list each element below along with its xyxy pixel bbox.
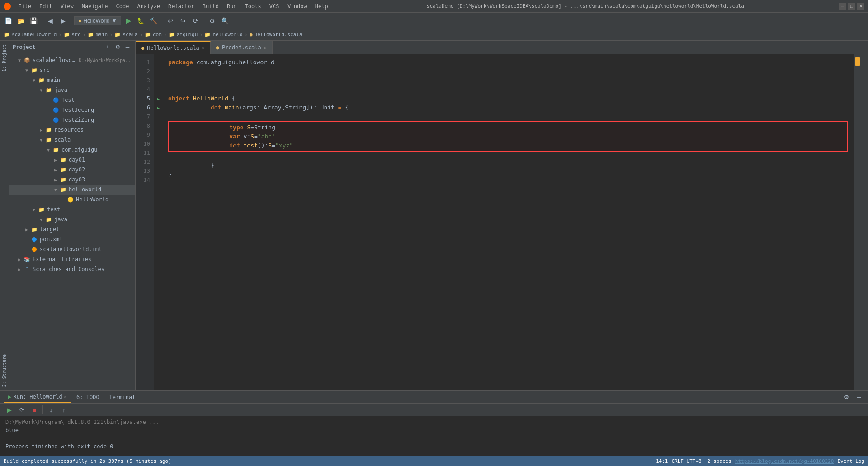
tab-run[interactable]: ▶ Run: HelloWorld ✕	[4, 392, 71, 403]
breadcrumb-file-label[interactable]: HelloWorld.scala	[255, 32, 302, 38]
settings-button[interactable]: ⚙	[207, 15, 218, 26]
new-file-button[interactable]: 📄	[3, 15, 14, 26]
tree-item-external-libs[interactable]: ▶ 📚 External Libraries	[9, 254, 135, 264]
tree-item-java-test[interactable]: ▼ 📁 java	[9, 214, 135, 224]
run-scroll-down-button[interactable]: ↓	[46, 404, 57, 415]
tab-helloworld-close[interactable]: ✕	[202, 45, 205, 50]
breadcrumb-scala[interactable]: 📁 scala	[114, 32, 137, 38]
undo-button[interactable]: ↩	[165, 15, 176, 26]
menu-run[interactable]: Run	[223, 2, 241, 10]
menu-edit[interactable]: Edit	[36, 2, 56, 10]
forward-button[interactable]: ▶	[57, 15, 68, 26]
run-gutter-icon-5[interactable]: ▶	[157, 96, 160, 101]
tree-item-test-folder[interactable]: ▼ 📁 test	[9, 204, 135, 214]
breadcrumb-project[interactable]: scalahelloworld	[12, 32, 57, 38]
breadcrumb-com-label[interactable]: com	[153, 32, 162, 38]
menu-file[interactable]: File	[14, 2, 35, 10]
tree-item-src[interactable]: ▼ 📁 src	[9, 65, 135, 75]
event-log-label[interactable]: Event Log	[837, 458, 864, 464]
tree-item-helloworld-folder[interactable]: ▼ 📁 helloworld	[9, 185, 135, 195]
save-button[interactable]: 💾	[28, 15, 39, 26]
tree-item-java[interactable]: ▼ 📁 java	[9, 85, 135, 95]
breadcrumb-scala-label[interactable]: scala	[123, 32, 137, 38]
fold-gutter-icon-12[interactable]: ─	[157, 160, 160, 165]
maximize-button[interactable]: □	[848, 3, 855, 10]
bottom-settings-button[interactable]: ⚙	[841, 392, 852, 403]
fold-gutter-12[interactable]: ─	[154, 157, 163, 166]
run-rerun-button[interactable]: ⟳	[16, 404, 27, 415]
build-button[interactable]: 🔨	[148, 15, 159, 26]
breadcrumb-file[interactable]: ● HelloWorld.scala	[250, 32, 302, 38]
open-button[interactable]: 📂	[15, 15, 26, 26]
run-gutter-5[interactable]: ▶	[154, 94, 163, 103]
menu-navigate[interactable]: Navigate	[78, 2, 112, 10]
search-button[interactable]: 🔍	[220, 15, 231, 26]
minimize-button[interactable]: ─	[839, 3, 846, 10]
menu-view[interactable]: View	[57, 2, 77, 10]
run-scroll-up-button[interactable]: ↑	[58, 404, 69, 415]
code-editor[interactable]: 1 2 3 4 5 6 7 8 9 10 11 12 13 14	[136, 54, 861, 390]
debug-button[interactable]: 🐛	[136, 15, 146, 26]
project-tool-icon[interactable]: 1: Project	[1, 43, 8, 73]
breadcrumb-helloworld-label[interactable]: helloworld	[212, 32, 242, 38]
tab-predef[interactable]: ● Predef.scala ✕	[211, 41, 273, 54]
run-gutter-6[interactable]: ▶	[154, 103, 163, 112]
tree-item-target[interactable]: ▶ 📁 target	[9, 224, 135, 234]
tree-item-day02[interactable]: ▶ 📁 day02	[9, 165, 135, 175]
menu-analyze[interactable]: Analyze	[133, 2, 164, 10]
tree-item-day01[interactable]: ▶ 📁 day01	[9, 155, 135, 165]
tree-item-scala-folder[interactable]: ▼ 📁 scala	[9, 135, 135, 145]
add-item-button[interactable]: +	[104, 43, 112, 51]
redo-button[interactable]: ↪	[178, 15, 189, 26]
tab-terminal[interactable]: Terminal	[105, 392, 140, 402]
tree-item-iml[interactable]: ▶ 🔶 scalahelloworld.iml	[9, 244, 135, 254]
menu-tools[interactable]: Tools	[241, 2, 265, 10]
tree-item-root[interactable]: ▼ 📦 scalahelloworld D:\MyWork\WorkSpa...	[9, 55, 135, 65]
tab-helloworld[interactable]: ● HelloWorld.scala ✕	[136, 41, 211, 54]
run-play-button[interactable]: ▶	[4, 404, 14, 415]
menu-vcs[interactable]: VCS	[266, 2, 283, 10]
reload-button[interactable]: ⟳	[190, 15, 201, 26]
code-content[interactable]: package com.atguigu.helloworld object He…	[163, 54, 854, 390]
menu-refactor[interactable]: Refactor	[165, 2, 198, 10]
settings-project-button[interactable]: ⚙	[113, 43, 122, 51]
menu-window[interactable]: Window	[283, 2, 310, 10]
bottom-close-button[interactable]: ─	[854, 392, 864, 403]
minimize-panel-button[interactable]: ─	[123, 43, 132, 51]
run-button[interactable]: ▶	[123, 15, 134, 26]
breadcrumb-src-label[interactable]: src	[72, 32, 81, 38]
menu-build[interactable]: Build	[199, 2, 222, 10]
tree-item-test-class[interactable]: ▶ 🔵 Test	[9, 95, 135, 105]
tree-item-scratches[interactable]: ▶ 🗒 Scratches and Consoles	[9, 264, 135, 274]
run-gutter-icon-6[interactable]: ▶	[157, 105, 160, 110]
breadcrumb-com[interactable]: 📁 com	[145, 32, 162, 38]
structure-tool-icon[interactable]: 2: Structure	[1, 352, 8, 389]
breadcrumb-main-label[interactable]: main	[96, 32, 108, 38]
fold-gutter-icon-13[interactable]: ─	[157, 169, 160, 174]
tab-predef-close[interactable]: ✕	[264, 45, 267, 50]
run-stop-button[interactable]: ■	[29, 404, 40, 415]
tree-item-testzizeng[interactable]: ▶ 🔵 TestZiZeng	[9, 115, 135, 125]
tree-item-pom[interactable]: ▶ 🔷 pom.xml	[9, 234, 135, 244]
breadcrumb-atguigu-label[interactable]: atguigu	[177, 32, 198, 38]
tree-item-main[interactable]: ▼ 📁 main	[9, 75, 135, 85]
run-config-button[interactable]: ● HelloWorld ▼	[74, 16, 121, 25]
tree-item-com-atguigu[interactable]: ▼ 📁 com.atguigu	[9, 145, 135, 155]
back-button[interactable]: ◀	[45, 15, 56, 26]
status-url[interactable]: https://blog.csdn.net/qq-40180220	[735, 458, 834, 464]
breadcrumb-atguigu[interactable]: 📁 atguigu	[169, 32, 198, 38]
tree-item-helloworld-class[interactable]: ▶ 🟡 HelloWorld	[9, 195, 135, 204]
breadcrumb-src[interactable]: 📁 src	[64, 32, 81, 38]
tab-run-close[interactable]: ✕	[64, 395, 66, 399]
tree-item-day03[interactable]: ▶ 📁 day03	[9, 175, 135, 185]
breadcrumb-main[interactable]: 📁 main	[88, 32, 108, 38]
fold-gutter-13[interactable]: ─	[154, 166, 163, 176]
menu-code[interactable]: Code	[113, 2, 133, 10]
tree-item-testjeceng[interactable]: ▶ 🔵 TestJeceng	[9, 105, 135, 115]
breadcrumb-root[interactable]: 📁 scalahelloworld	[4, 32, 57, 38]
menu-help[interactable]: Help	[311, 2, 332, 10]
tree-item-resources[interactable]: ▶ 📁 resources	[9, 125, 135, 135]
close-button[interactable]: ✕	[857, 3, 864, 10]
tab-todo[interactable]: 6: TODO	[72, 392, 104, 402]
breadcrumb-helloworld[interactable]: 📁 helloworld	[204, 32, 242, 38]
